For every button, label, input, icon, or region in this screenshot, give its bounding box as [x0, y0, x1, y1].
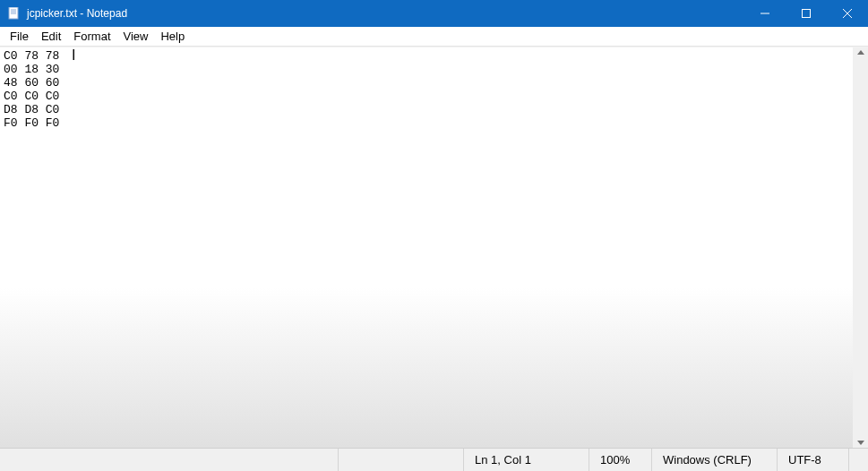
statusbar: Ln 1, Col 1 100% Windows (CRLF) UTF-8	[0, 448, 868, 471]
editor-content: C0 78 78 00 18 30 48 60 60 C0 C0 C0 D8 D…	[4, 49, 59, 130]
status-zoom: 100%	[589, 449, 651, 471]
status-empty-cell	[338, 449, 463, 471]
close-button[interactable]	[827, 0, 868, 27]
menu-format[interactable]: Format	[67, 28, 116, 45]
text-editor[interactable]: C0 78 78 00 18 30 48 60 60 C0 C0 C0 D8 D…	[0, 47, 853, 448]
content-area: C0 78 78 00 18 30 48 60 60 C0 C0 C0 D8 D…	[0, 47, 868, 448]
scroll-down-icon[interactable]	[857, 441, 864, 445]
menu-view[interactable]: View	[117, 28, 155, 45]
notepad-icon	[7, 6, 21, 21]
status-position: Ln 1, Col 1	[463, 449, 589, 471]
minimize-button[interactable]	[744, 0, 786, 27]
status-encoding: UTF-8	[777, 449, 848, 471]
menu-file[interactable]: File	[4, 28, 35, 45]
window-controls	[744, 0, 868, 27]
text-cursor-icon: I	[72, 48, 75, 62]
menu-edit[interactable]: Edit	[35, 28, 67, 45]
svg-rect-5	[803, 10, 811, 18]
menubar: File Edit Format View Help	[0, 27, 868, 47]
scroll-up-icon[interactable]	[857, 50, 864, 55]
window-title: jcpicker.txt - Notepad	[27, 7, 744, 20]
menu-help[interactable]: Help	[154, 28, 191, 45]
status-lineending: Windows (CRLF)	[651, 449, 777, 471]
notepad-window: jcpicker.txt - Notepad File Edit Format …	[0, 0, 868, 471]
status-resize-grip[interactable]	[848, 449, 868, 471]
maximize-button[interactable]	[786, 0, 827, 27]
vertical-scrollbar[interactable]	[853, 47, 868, 448]
titlebar[interactable]: jcpicker.txt - Notepad	[0, 0, 868, 27]
